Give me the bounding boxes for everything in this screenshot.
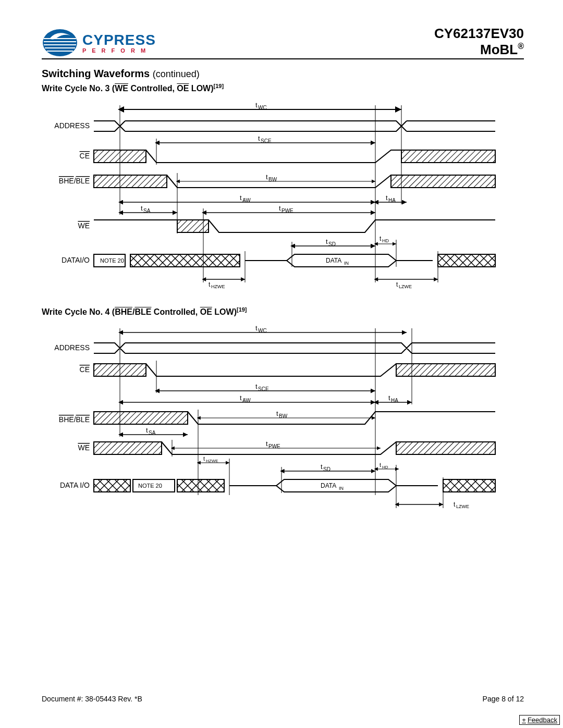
svg-text:t: t: [146, 426, 148, 434]
svg-text:t: t: [266, 440, 268, 448]
svg-text:SD: SD: [328, 241, 336, 247]
part-number: CY62137EV30 MoBL®: [434, 26, 524, 57]
svg-text:t: t: [386, 194, 388, 202]
svg-rect-38: [177, 220, 209, 232]
svg-rect-123: [443, 479, 495, 492]
wf3-diagram: tWC ADDRESS tSCE CE BHE/BLE tBW: [42, 100, 524, 295]
plus-icon: +: [522, 716, 526, 724]
feedback-button[interactable]: + Feedback: [519, 715, 560, 725]
svg-text:WE: WE: [78, 443, 90, 452]
svg-text:t: t: [276, 410, 278, 417]
svg-rect-53: [438, 254, 495, 267]
svg-text:t: t: [240, 194, 242, 202]
svg-rect-101: [396, 442, 495, 454]
svg-text:t: t: [255, 324, 258, 332]
svg-text:IN: IN: [339, 486, 344, 491]
svg-text:t: t: [396, 281, 398, 288]
brand-logo: CYPRESS P E R F O R M: [42, 28, 156, 57]
svg-text:HD: HD: [382, 238, 389, 243]
svg-text:t: t: [255, 101, 258, 109]
svg-text:t: t: [203, 455, 205, 462]
svg-text:CE: CE: [80, 152, 90, 160]
label-twc: WC: [258, 105, 267, 110]
svg-text:DATA: DATA: [321, 482, 336, 489]
svg-rect-115: [94, 479, 130, 492]
svg-text:BHE/BLE: BHE/BLE: [59, 415, 90, 424]
svg-rect-48: [130, 254, 240, 267]
wf4-diagram: tWC ADDRESS CE tSCE tAW tHA BHE/BLE: [42, 323, 524, 523]
page-footer: Document #: 38-05443 Rev. *B Page 8 of 1…: [42, 695, 524, 703]
svg-rect-18: [401, 150, 495, 163]
svg-text:BHE/BLE: BHE/BLE: [59, 177, 90, 185]
svg-text:DATA I/O: DATA I/O: [60, 481, 90, 489]
svg-rect-21: [391, 175, 495, 188]
page-header: CYPRESS P E R F O R M CY62137EV30 MoBL®: [42, 26, 524, 59]
svg-text:ADDRESS: ADDRESS: [54, 343, 90, 352]
signal-address: ADDRESS: [54, 121, 90, 130]
svg-rect-118: [177, 479, 224, 492]
svg-text:t: t: [388, 394, 390, 402]
part-line1: CY62137EV30: [434, 26, 524, 42]
svg-text:HA: HA: [391, 398, 398, 403]
svg-rect-92: [94, 412, 188, 424]
svg-text:DATA: DATA: [326, 257, 341, 264]
svg-text:PWE: PWE: [268, 443, 280, 449]
brand-tagline: P E R F O R M: [82, 47, 156, 54]
cypress-logo-icon: [42, 28, 78, 57]
wf3-title: Write Cycle No. 3 (WE Controlled, OE LOW…: [42, 83, 524, 93]
svg-text:BW: BW: [279, 413, 288, 419]
svg-text:t: t: [209, 281, 211, 288]
svg-text:NOTE 20: NOTE 20: [100, 257, 124, 264]
svg-text:t: t: [266, 173, 268, 181]
svg-text:t: t: [454, 501, 456, 508]
svg-text:SD: SD: [323, 466, 331, 472]
svg-text:AW: AW: [242, 398, 251, 403]
svg-text:CE: CE: [80, 365, 90, 374]
svg-text:BW: BW: [268, 177, 277, 182]
svg-rect-20: [94, 175, 167, 188]
svg-text:NOTE 20: NOTE 20: [138, 483, 162, 489]
svg-text:HA: HA: [388, 198, 396, 203]
svg-text:SA: SA: [143, 208, 151, 214]
svg-text:LZWE: LZWE: [399, 284, 412, 289]
svg-text:t: t: [380, 462, 381, 468]
part-line2: MoBL®: [434, 42, 524, 58]
svg-text:SCE: SCE: [261, 138, 272, 144]
svg-text:t: t: [279, 204, 281, 212]
svg-rect-100: [94, 442, 162, 454]
svg-text:LZWE: LZWE: [456, 504, 469, 509]
svg-text:WC: WC: [258, 328, 267, 334]
page-number: Page 8 of 12: [483, 695, 524, 703]
svg-text:t: t: [255, 382, 258, 390]
svg-text:t: t: [321, 463, 323, 471]
svg-text:SA: SA: [149, 430, 156, 436]
svg-text:WE: WE: [78, 221, 90, 230]
svg-text:AW: AW: [242, 198, 251, 203]
svg-text:IN: IN: [344, 261, 349, 266]
feedback-label: Feedback: [528, 716, 557, 724]
svg-text:t: t: [240, 394, 242, 402]
svg-text:t: t: [258, 134, 260, 142]
svg-text:t: t: [380, 235, 382, 242]
svg-text:SCE: SCE: [258, 386, 269, 392]
wf4-title: Write Cycle No. 4 (BHE/BLE Controlled, O…: [42, 306, 524, 317]
svg-text:HD: HD: [382, 465, 388, 470]
svg-text:t: t: [326, 238, 328, 245]
svg-text:DATAI/O: DATAI/O: [62, 256, 90, 264]
svg-rect-81: [396, 364, 495, 376]
section-title: Switching Waveforms (continued): [42, 68, 524, 80]
brand-name: CYPRESS: [82, 32, 156, 48]
document-number: Document #: 38-05443 Rev. *B: [42, 695, 142, 703]
svg-text:PWE: PWE: [282, 208, 293, 214]
svg-text:HZWE: HZWE: [206, 459, 218, 463]
svg-text:HZWE: HZWE: [211, 284, 225, 289]
svg-text:t: t: [141, 204, 143, 212]
